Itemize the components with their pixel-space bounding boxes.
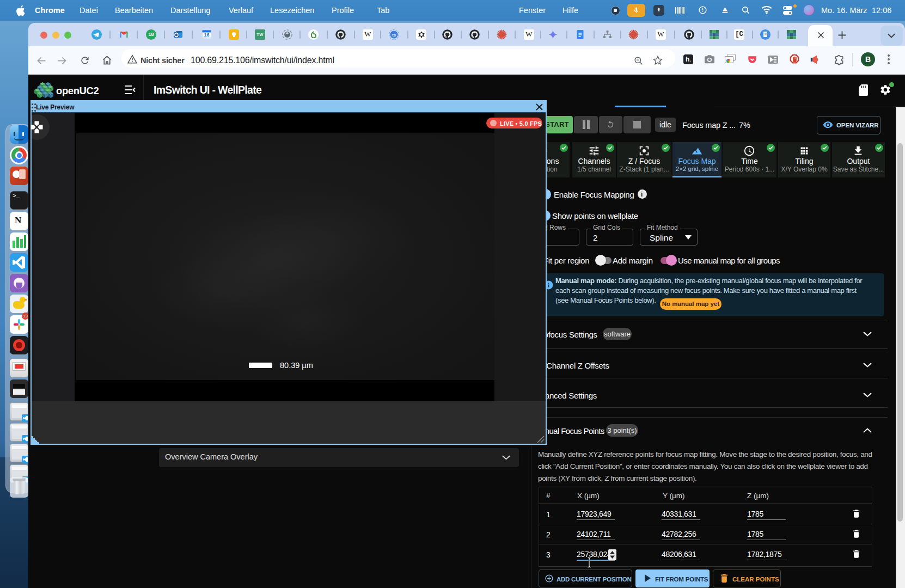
svg-text:16: 16 [204, 32, 209, 38]
svg-text:ts: ts [392, 33, 396, 38]
